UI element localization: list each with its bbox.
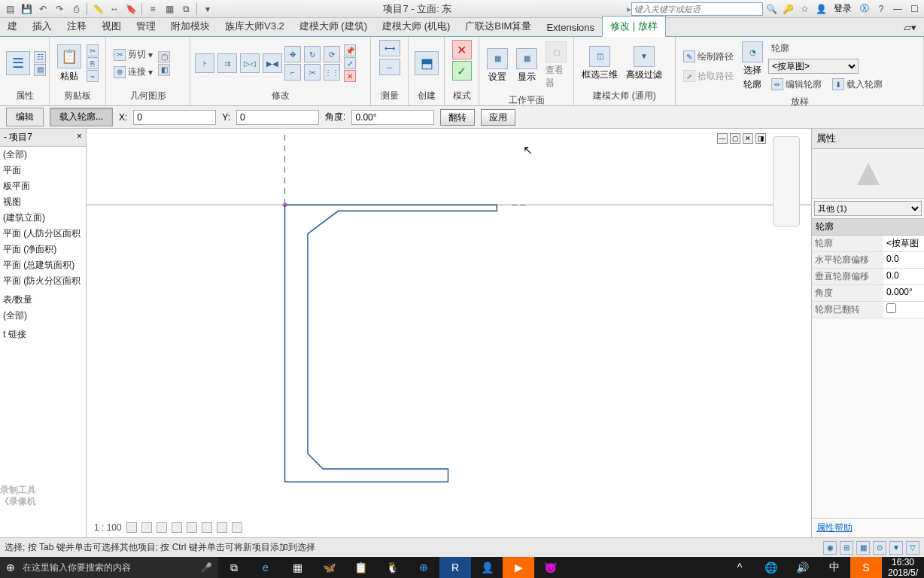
switch-windows-icon[interactable]: ⧉ (178, 2, 193, 17)
tree-item[interactable]: 平面 (0, 163, 86, 178)
login-label[interactable]: 登录 (834, 2, 852, 15)
tree-item[interactable]: 板平面 (0, 178, 86, 194)
properties-help-link[interactable]: 属性帮助 (812, 518, 924, 537)
split-icon[interactable]: ✂ (304, 64, 321, 81)
drawing-canvas[interactable]: — ▢ ✕ ◨ 1 : 100 (87, 129, 811, 537)
navigation-bar[interactable] (773, 136, 800, 227)
status-icon[interactable]: ▼ (889, 541, 903, 555)
qq-icon[interactable]: 🐧 (376, 557, 408, 578)
tab-addins[interactable]: 附加模块 (163, 17, 217, 36)
app-icon[interactable]: ▶ (503, 557, 534, 578)
delete-icon[interactable]: ✕ (344, 70, 356, 82)
y-input[interactable] (236, 110, 319, 125)
revit-icon[interactable]: R (439, 557, 471, 578)
family-props-icon[interactable]: ▤ (34, 64, 46, 76)
pick-path-button[interactable]: ⬈拾取路径 (680, 68, 737, 84)
show-plane-button[interactable]: ▦显示 (513, 47, 540, 85)
mirror-draw-icon[interactable]: ▶◀ (263, 53, 282, 73)
tree-item[interactable]: (建筑立面) (0, 210, 86, 226)
customize-icon[interactable]: ▾ (200, 2, 215, 17)
trim-icon[interactable]: ⌐ (284, 64, 301, 81)
cope-icon[interactable]: ▢ (158, 51, 170, 63)
set-plane-button[interactable]: ▦设置 (484, 47, 511, 85)
load-profile-button[interactable]: ⬇载入轮廓 (829, 76, 886, 93)
rotate-icon[interactable]: ⟳ (324, 46, 340, 62)
copy-icon[interactable]: ⎘ (87, 57, 99, 69)
tab-view[interactable]: 视图 (94, 17, 129, 36)
task-view-icon[interactable]: ⧉ (218, 557, 250, 578)
align-icon[interactable]: ⊦ (195, 53, 214, 73)
sogou-icon[interactable]: S (850, 557, 882, 578)
tree-item[interactable]: 平面 (防火分区面积 (0, 273, 86, 289)
array-icon[interactable]: ⋮⋮ (324, 64, 340, 81)
profile-dropdown[interactable]: <按草图> (768, 59, 859, 74)
box-3d-button[interactable]: ◫框选三维 (579, 44, 621, 83)
tree-item[interactable]: 视图 (0, 194, 86, 210)
app-icon[interactable]: 👤 (471, 557, 503, 578)
opt-load-profile-tab[interactable]: 载入轮廓... (50, 108, 113, 126)
tree-item[interactable]: (全部) (0, 147, 86, 163)
taskbar-clock[interactable]: 16:302018/5/ (882, 557, 924, 578)
type-selector[interactable]: 其他 (1) (814, 201, 922, 216)
help-search-input[interactable] (631, 2, 763, 16)
status-icon[interactable]: ▦ (856, 541, 870, 555)
edit-profile-button[interactable]: ✏编辑轮廓 (768, 76, 825, 93)
join-geom-button[interactable]: ⊕连接 ▾ (111, 64, 156, 81)
tab-glodon[interactable]: 广联达BIM算量 (457, 17, 539, 36)
save-icon[interactable]: 💾 (19, 2, 34, 17)
network-icon[interactable]: 🌐 (755, 557, 787, 578)
sun-path-icon[interactable] (157, 522, 167, 533)
app-icon[interactable]: 📋 (345, 557, 376, 578)
user-icon[interactable]: 👤 (813, 2, 828, 17)
tree-item[interactable]: 平面 (净面积) (0, 242, 86, 257)
scale-label[interactable]: 1 : 100 (94, 522, 122, 533)
split-face-icon[interactable]: ◧ (158, 64, 170, 76)
tab-expand-icon[interactable]: ▱▾ (896, 19, 924, 36)
taskbar-search[interactable]: 在这里输入你要搜索的内容🎤 (0, 557, 218, 578)
copy-move-icon[interactable]: ↻ (304, 46, 321, 62)
tag-icon[interactable]: 🔖 (123, 2, 138, 17)
apply-button[interactable]: 应用 (481, 109, 515, 126)
reveal-hidden-icon[interactable] (232, 522, 242, 533)
tab-extensions[interactable]: Extensions (539, 19, 602, 36)
status-icon[interactable]: ⊞ (840, 541, 853, 555)
tab-annotate[interactable]: 注释 (59, 17, 94, 36)
cut-icon[interactable]: ✂ (87, 44, 99, 56)
print-icon[interactable]: ⎙ (68, 2, 84, 17)
crop-view-icon[interactable] (187, 522, 197, 533)
offset-icon[interactable]: ⇉ (217, 53, 237, 73)
tree-item[interactable]: t 链接 (0, 327, 86, 342)
angle-input[interactable] (351, 110, 434, 125)
browser-close-icon[interactable]: × (77, 131, 82, 144)
exchange-icon[interactable]: Ⓧ (857, 2, 872, 17)
detail-level-icon[interactable] (126, 522, 137, 533)
pin-icon[interactable]: 📌 (344, 44, 356, 56)
flip-button[interactable]: 翻转 (440, 109, 475, 126)
app-icon[interactable]: 😈 (534, 557, 566, 578)
shadows-icon[interactable] (172, 522, 182, 533)
cut-geom-button[interactable]: ✂剪切 ▾ (111, 47, 156, 63)
min-view-icon[interactable]: — (717, 133, 728, 144)
tray-up-icon[interactable]: ^ (724, 557, 755, 578)
thin-lines-icon[interactable]: ≡ (145, 2, 160, 17)
keys-icon[interactable]: 🔑 (780, 2, 795, 17)
search-icon[interactable]: 🔍 (764, 2, 779, 17)
app-menu-button[interactable]: ▤ (2, 2, 17, 17)
draw-path-button[interactable]: ✎绘制路径 (680, 48, 737, 65)
app-icon[interactable]: 🦋 (313, 557, 345, 578)
edge-icon[interactable]: e (250, 557, 281, 578)
tab-family[interactable]: 族库大师V3.2 (217, 17, 292, 36)
tree-item[interactable]: 平面 (总建筑面积) (0, 257, 86, 273)
status-filter-icon[interactable]: ▽ (906, 541, 919, 555)
hide-isolate-icon[interactable] (217, 522, 227, 533)
scale-icon[interactable]: ⤢ (344, 57, 356, 69)
select-profile-button[interactable]: ◔选择轮廓 (739, 40, 766, 93)
close-hidden-icon[interactable]: ▦ (162, 2, 177, 17)
close-view-icon[interactable]: ✕ (743, 133, 753, 144)
tab-manage[interactable]: 管理 (129, 17, 163, 36)
crop-region-icon[interactable] (202, 522, 212, 533)
maximize-icon[interactable]: ☐ (907, 2, 922, 17)
tree-item[interactable]: 表/数量 (0, 292, 86, 308)
tree-item[interactable]: 平面 (人防分区面积 (0, 226, 86, 242)
status-icon[interactable]: ◉ (823, 541, 837, 555)
